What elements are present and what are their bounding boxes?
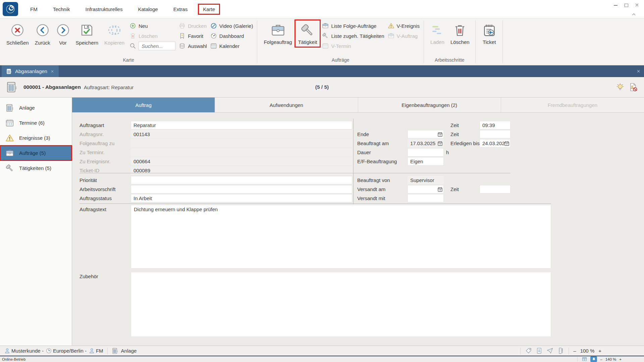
auftrag-form: Auftragsart Reparatur Auftragsnr. 001143… [72,113,644,346]
loeschen-arbeitsschritte-button[interactable]: Löschen [447,20,473,47]
ticket-button[interactable]: Ticket [479,20,500,47]
minimize-icon[interactable] [613,3,618,7]
form-divider [79,203,551,204]
app-logo-icon [5,4,16,14]
auftragstext-label: Auftragstext [79,206,106,212]
v-ereignis-button[interactable]: V-Ereignis [388,21,420,31]
ribbon-group-arbeitsschritte: Laden Löschen Arbeitsschritte [424,18,475,65]
zubehoer-field[interactable] [131,272,551,337]
ruler-icon[interactable] [557,347,564,354]
menu-item-infrastrukturelles[interactable]: Infrastrukturelles [86,6,123,12]
menu-item-fm[interactable]: FM [30,6,38,12]
lightbulb-icon[interactable] [616,83,625,92]
document-ban-icon[interactable] [629,82,638,92]
delete-button[interactable]: Löschen [129,31,175,41]
auftragsart-field[interactable]: Reparatur [131,121,352,129]
tab-eigenbeauftragungen[interactable]: Eigenbeauftragungen (2) [358,98,501,112]
database-icon [179,43,185,49]
sidebar-item-ereignisse[interactable]: Ereignisse (3) [0,130,72,145]
menu-item-extras[interactable]: Extras [173,6,188,12]
document-tab-abgasanlagen[interactable]: Abgasanlagen [2,65,59,77]
zeit3-field[interactable] [480,185,511,193]
zeit2-label: Zeit [450,130,480,139]
datepicker-icon[interactable] [437,187,443,192]
zeit2-field[interactable] [480,130,511,138]
back-button[interactable]: Zurück [32,20,53,48]
datepicker-icon[interactable] [437,132,443,137]
taetigkeit-button[interactable]: Tätigkeit [295,20,320,47]
versandt-am-field[interactable] [408,185,444,193]
app-zoom-out-button[interactable]: – [600,357,602,361]
calendar-button[interactable]: Kalender [210,41,253,51]
datepicker-icon[interactable] [437,141,443,146]
close-icon[interactable] [635,3,639,7]
plus-icon [129,22,136,29]
collapse-ribbon-icon[interactable] [631,11,637,17]
window-controls [613,3,639,7]
new-button[interactable]: Neu [129,21,175,31]
connection-mode: Online-Betrieb [2,357,25,361]
grid-icon[interactable] [582,356,587,362]
zoom-out-button[interactable]: – [573,348,576,354]
prioritaet-field[interactable] [131,176,352,184]
sidebar-item-termine[interactable]: Termine (6) [0,115,72,130]
tab-auftrag[interactable]: Auftrag [72,98,215,112]
building-icon [6,68,12,74]
sidebar-item-anlage[interactable]: Anlage [0,100,72,115]
save-button[interactable]: Speichern [73,20,102,48]
selection-button[interactable]: Auswahl [179,41,207,51]
forward-button[interactable]: Vor [53,20,73,48]
video-gallery-button[interactable]: Video (Galerie) [210,21,253,31]
print-button[interactable]: Drucken [179,21,207,31]
liste-zugeh-taetigkeiten-button[interactable]: Liste zugeh. Tätigkeiten [322,31,384,41]
app-statusbar: Online-Betrieb – 140 % + [0,356,644,362]
dashboard-button[interactable]: Dashboard [210,31,253,41]
maximize-icon[interactable] [624,3,629,7]
zeit1-field[interactable]: 09:39 [480,121,511,129]
folgeauftrag-button[interactable]: Folgeauftrag [261,20,295,47]
close-card-button[interactable]: Schließen [3,20,32,48]
tag-icon[interactable] [525,347,532,354]
pane-close-icon[interactable] [636,65,641,77]
laden-button[interactable]: Laden [427,20,447,47]
dauer-field[interactable] [408,148,444,157]
menu-item-karte[interactable]: Karte [199,4,219,14]
ticket-id-label: Ticket-ID [79,166,131,175]
ende-field[interactable] [408,130,444,138]
save-icon [80,21,94,39]
auftragsstatus-field[interactable]: In Arbeit [131,194,352,202]
copy-button[interactable]: Kopieren [101,20,127,48]
tab-aufwendungen[interactable]: Aufwendungen [215,98,358,112]
menu-item-technik[interactable]: Technik [53,6,70,12]
ende-label: Ende [357,130,408,139]
search-input[interactable] [139,42,175,50]
record-subtitle: Auftragsart: Reparatur [84,84,133,90]
zoom-level: 100 % [580,348,595,354]
building-icon [5,104,14,112]
record-counter: (5 / 5) [315,84,329,90]
app-zoom-in-button[interactable]: + [619,357,622,361]
sidebar-item-auftraege[interactable]: Aufträge (5) [0,145,72,161]
erledigen-bis-field[interactable]: 24.03.2025 [480,139,511,147]
v-termin-button[interactable]: V-Termin [322,41,384,51]
v-auftrag-button[interactable]: V-Auftrag [388,31,420,41]
tab-close-icon[interactable] [50,69,54,73]
sidebar-item-taetigkeiten[interactable]: Tätigkeiten (5) [0,161,72,176]
app-logo[interactable] [3,2,18,16]
ef-beauftragung-field[interactable]: Eigen [408,157,444,166]
tab-fremdbeauftragungen[interactable]: Fremdbeauftragungen [501,98,644,112]
zeit1-label: Zeit [450,121,480,130]
liste-folge-auftraege-button[interactable]: Liste Folge-Aufträge [322,21,384,31]
datepicker-icon[interactable] [504,141,509,146]
versandt-mit-field[interactable] [408,194,444,202]
statusbar-user: Musterkunde - [11,348,44,354]
zoom-in-button[interactable]: + [598,348,601,354]
auftragsnr-field: 001143 [131,130,352,138]
menu-item-kataloge[interactable]: Kataloge [138,6,158,12]
bell-icon[interactable] [590,356,597,362]
auftragstext-field[interactable]: Dichtung erneuern und Klappe prüfen [131,205,551,268]
arbeitsvorschrift-field[interactable] [131,185,352,193]
favorite-button[interactable]: Favorit [179,31,207,41]
send-icon[interactable] [546,347,553,354]
document-icon[interactable] [536,347,543,354]
